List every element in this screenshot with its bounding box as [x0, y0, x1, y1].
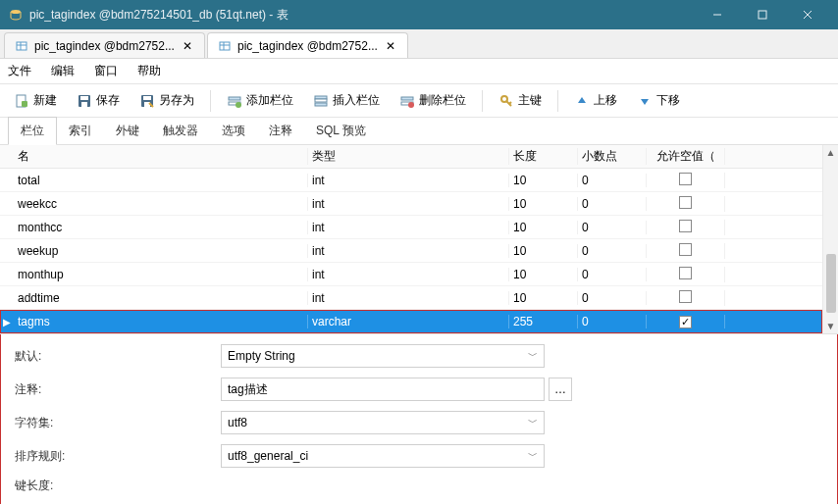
cell-type[interactable]: varchar	[308, 315, 509, 328]
cell-name[interactable]: tagms	[14, 315, 308, 328]
menubar: 文件 编辑 窗口 帮助	[0, 59, 838, 84]
tab-options[interactable]: 选项	[210, 118, 257, 144]
cell-length[interactable]: 10	[509, 174, 578, 187]
cell-decimals[interactable]: 0	[578, 197, 647, 211]
cell-decimals[interactable]: 0	[578, 244, 647, 258]
insert-field-button[interactable]: 插入栏位	[305, 88, 388, 114]
cell-allow-null[interactable]	[647, 196, 725, 212]
cell-allow-null[interactable]	[647, 220, 725, 235]
cell-type[interactable]: int	[308, 268, 509, 281]
tab-triggers[interactable]: 触发器	[151, 118, 210, 144]
checkbox[interactable]	[679, 290, 692, 303]
tab-indexes[interactable]: 索引	[57, 118, 104, 144]
table-row[interactable]: weekupint100	[0, 239, 822, 263]
checkbox[interactable]	[679, 267, 692, 279]
default-select[interactable]: Empty String ﹀	[221, 344, 545, 368]
menu-edit[interactable]: 编辑	[51, 63, 75, 79]
svg-rect-15	[81, 102, 87, 107]
svg-rect-14	[80, 96, 88, 100]
checkbox[interactable]	[679, 196, 692, 209]
doc-tab-0[interactable]: pic_tagindex @bdm2752... ✕	[4, 32, 205, 58]
checkbox[interactable]	[679, 316, 692, 328]
cell-length[interactable]: 10	[509, 244, 578, 258]
col-header-type[interactable]: 类型	[308, 148, 509, 165]
delete-field-button[interactable]: 删除栏位	[392, 88, 474, 114]
table-row[interactable]: totalint100	[0, 169, 822, 192]
cell-type[interactable]: int	[308, 291, 509, 305]
close-tab-icon[interactable]: ✕	[181, 39, 194, 53]
vertical-scrollbar[interactable]: ▲ ▼	[822, 145, 838, 333]
menu-file[interactable]: 文件	[8, 63, 31, 79]
table-row[interactable]: weekccint100	[0, 192, 822, 216]
primary-key-button[interactable]: 主键	[491, 88, 550, 114]
cell-allow-null[interactable]	[647, 315, 725, 328]
move-down-button[interactable]: 下移	[629, 88, 688, 114]
cell-allow-null[interactable]	[647, 243, 725, 259]
col-header-length[interactable]: 长度	[509, 148, 578, 165]
cell-allow-null[interactable]	[647, 290, 725, 306]
cell-name[interactable]: weekup	[14, 244, 308, 258]
table-row[interactable]: monthupint100	[0, 263, 822, 286]
cell-name[interactable]: monthcc	[14, 221, 308, 234]
cell-type[interactable]: int	[308, 244, 509, 258]
table-row[interactable]: ▶tagmsvarchar2550	[0, 310, 822, 333]
cell-decimals[interactable]: 0	[578, 291, 647, 305]
cell-allow-null[interactable]	[647, 267, 725, 282]
menu-window[interactable]: 窗口	[94, 63, 118, 79]
cell-name[interactable]: addtime	[14, 291, 308, 305]
checkbox[interactable]	[679, 243, 692, 256]
cell-length[interactable]: 10	[509, 291, 578, 305]
close-tab-icon[interactable]: ✕	[384, 39, 397, 53]
comment-input[interactable]: tag描述	[221, 378, 545, 401]
cell-type[interactable]: int	[308, 197, 509, 211]
save-icon	[77, 93, 92, 109]
svg-rect-25	[401, 97, 413, 100]
cell-length[interactable]: 10	[509, 197, 578, 211]
tab-fields[interactable]: 栏位	[8, 117, 57, 145]
cell-length[interactable]: 255	[509, 315, 578, 328]
minimize-button[interactable]	[695, 0, 740, 29]
checkbox[interactable]	[679, 173, 692, 185]
new-button[interactable]: 新建	[6, 88, 65, 114]
document-tabs: pic_tagindex @bdm2752... ✕ pic_tagindex …	[0, 29, 838, 59]
table-row[interactable]: monthccint100	[0, 216, 822, 239]
cell-length[interactable]: 10	[509, 268, 578, 281]
cell-type[interactable]: int	[308, 174, 509, 187]
doc-tab-1[interactable]: pic_tagindex @bdm2752... ✕	[207, 32, 408, 58]
col-header-name[interactable]: 名	[14, 148, 308, 165]
cell-decimals[interactable]: 0	[578, 174, 647, 187]
save-as-button[interactable]: 另存为	[131, 88, 202, 114]
move-up-button[interactable]: 上移	[566, 88, 625, 114]
close-button[interactable]	[785, 0, 830, 29]
tab-comment[interactable]: 注释	[257, 118, 304, 144]
save-button[interactable]: 保存	[69, 88, 128, 114]
tab-sql-preview[interactable]: SQL 预览	[304, 118, 378, 144]
row-indicator-icon: ▶	[3, 317, 11, 328]
svg-rect-17	[143, 96, 151, 100]
charset-label: 字符集:	[15, 415, 221, 431]
col-header-null[interactable]: 允许空值（	[647, 148, 725, 165]
collation-select[interactable]: utf8_general_ci ﹀	[221, 444, 545, 468]
checkbox[interactable]	[679, 220, 692, 232]
comment-more-button[interactable]: …	[549, 378, 572, 401]
scroll-up-icon[interactable]: ▲	[826, 147, 836, 158]
menu-help[interactable]: 帮助	[137, 63, 161, 79]
charset-select[interactable]: utf8 ﹀	[221, 411, 545, 434]
cell-length[interactable]: 10	[509, 221, 578, 234]
col-header-decimals[interactable]: 小数点	[578, 148, 647, 165]
cell-type[interactable]: int	[308, 221, 509, 234]
cell-name[interactable]: total	[14, 174, 308, 187]
tab-foreign-keys[interactable]: 外键	[104, 118, 151, 144]
scroll-down-icon[interactable]: ▼	[826, 321, 836, 331]
cell-allow-null[interactable]	[647, 173, 725, 188]
doc-tab-label: pic_tagindex @bdm2752...	[34, 39, 175, 53]
cell-name[interactable]: monthup	[14, 268, 308, 281]
cell-decimals[interactable]: 0	[578, 268, 647, 281]
scrollbar-thumb[interactable]	[826, 254, 836, 313]
table-row[interactable]: addtimeint100	[0, 286, 822, 310]
maximize-button[interactable]	[740, 0, 785, 29]
cell-name[interactable]: weekcc	[14, 197, 308, 211]
cell-decimals[interactable]: 0	[578, 315, 647, 328]
cell-decimals[interactable]: 0	[578, 221, 647, 234]
add-field-button[interactable]: 添加栏位	[219, 88, 301, 114]
